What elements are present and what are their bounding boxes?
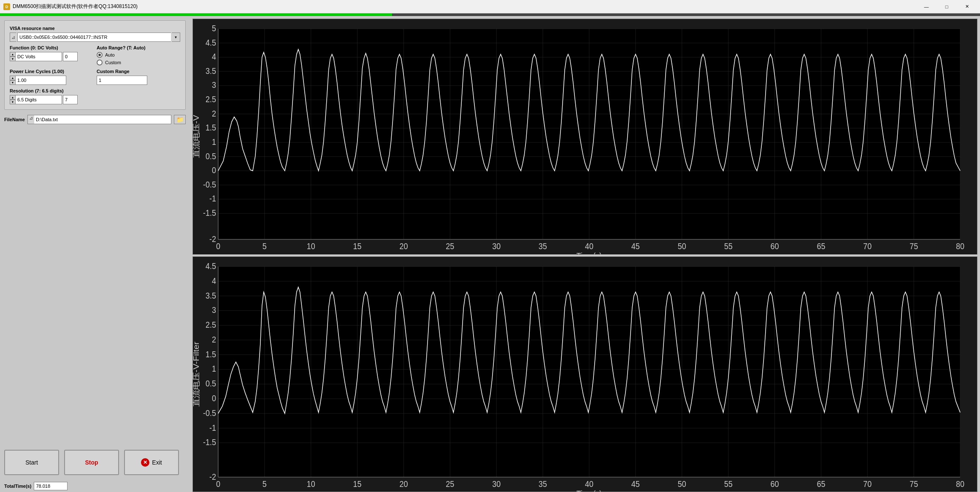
filename-prefix: ⊿ [27, 115, 34, 124]
svg-text:25: 25 [446, 478, 454, 489]
svg-text:20: 20 [399, 478, 408, 489]
visa-input[interactable] [17, 33, 171, 42]
power-cycles-label: Power Line Cycles (1.00) [10, 69, 93, 74]
svg-text:50: 50 [678, 241, 686, 251]
auto-radio-item[interactable]: Auto [97, 52, 180, 58]
svg-text:Time(s): Time(s) [577, 251, 602, 254]
svg-text:-0.5: -0.5 [203, 179, 216, 190]
svg-text:Time(s): Time(s) [577, 488, 602, 492]
spacer [4, 128, 186, 443]
svg-text:-1.5: -1.5 [203, 208, 216, 218]
title-bar-controls: — □ ✕ [917, 1, 977, 13]
svg-text:4: 4 [212, 275, 216, 285]
title-bar-left: D DMM6500扫描测试测试软件(软件作者QQ:1340815120) [3, 3, 138, 10]
svg-text:-1: -1 [209, 422, 216, 432]
svg-text:直流电压-V: 直流电压-V [193, 115, 200, 158]
svg-text:40: 40 [585, 478, 593, 489]
svg-text:0: 0 [212, 393, 216, 403]
resolution-spin-down[interactable]: ▼ [10, 100, 16, 104]
svg-text:45: 45 [631, 478, 640, 489]
function-spinner[interactable]: ▲ ▼ [10, 52, 16, 61]
resolution-num-input[interactable] [63, 95, 78, 104]
svg-text:70: 70 [863, 241, 872, 251]
power-cycles-wrapper: ▲ ▼ [10, 76, 93, 85]
svg-text:2: 2 [212, 108, 216, 118]
progress-bar-fill [0, 14, 392, 16]
svg-text:4: 4 [212, 52, 216, 62]
svg-text:80: 80 [956, 241, 964, 251]
start-button[interactable]: Start [4, 450, 59, 475]
config-box: VISA resource name ⊿ ▼ Function (0: DC V… [4, 20, 186, 110]
svg-text:15: 15 [353, 478, 362, 489]
custom-range-input[interactable] [97, 76, 147, 85]
stop-button[interactable]: Stop [64, 450, 119, 475]
svg-text:55: 55 [724, 241, 733, 251]
auto-range-section: Auto Range? (T: Auto) Auto Custom [97, 45, 180, 65]
resolution-label: Resolution (7: 6.5 digits) [10, 88, 180, 93]
power-cycles-spin-up[interactable]: ▲ [10, 76, 16, 80]
function-value-input[interactable] [16, 52, 62, 61]
custom-radio-label: Custom [105, 60, 121, 65]
svg-text:0.5: 0.5 [206, 151, 216, 161]
svg-text:1.5: 1.5 [206, 349, 216, 359]
svg-text:70: 70 [863, 478, 872, 489]
left-panel: VISA resource name ⊿ ▼ Function (0: DC V… [0, 16, 190, 492]
close-button[interactable]: ✕ [957, 1, 977, 13]
filename-input[interactable] [34, 115, 171, 124]
visa-prefix: ⊿ [10, 33, 16, 42]
filename-input-wrapper: ⊿ [27, 115, 171, 124]
svg-text:40: 40 [585, 241, 593, 251]
svg-text:0.5: 0.5 [206, 378, 216, 388]
function-spin-up[interactable]: ▲ [10, 52, 16, 57]
svg-text:1.5: 1.5 [206, 122, 216, 133]
exit-icon: ✕ [141, 458, 149, 467]
svg-text:2.5: 2.5 [206, 319, 216, 329]
minimize-button[interactable]: — [917, 1, 936, 13]
function-num-input[interactable] [63, 52, 78, 61]
custom-radio-button[interactable] [97, 60, 103, 65]
function-label: Function (0: DC Volts) [10, 45, 93, 50]
svg-text:5: 5 [263, 241, 267, 251]
browse-button[interactable]: 📁 [174, 115, 186, 124]
power-cycles-spinner[interactable]: ▲ ▼ [10, 76, 16, 85]
chart1-svg: 5 4.5 4 3.5 3 2.5 2 1.5 1 0.5 0 -0.5 -1 … [193, 19, 977, 254]
resolution-value-input[interactable] [16, 95, 62, 104]
custom-range-label: Custom Range [97, 69, 180, 74]
power-cycles-section: Power Line Cycles (1.00) ▲ ▼ [10, 69, 93, 85]
svg-text:75: 75 [910, 241, 918, 251]
visa-dropdown-arrow[interactable]: ▼ [172, 33, 180, 42]
custom-radio-item[interactable]: Custom [97, 60, 180, 65]
chart2-container: 4.5 4 3.5 3 2.5 2 1.5 1 0.5 0 -0.5 -1 -1… [192, 256, 977, 492]
svg-text:30: 30 [492, 478, 501, 489]
svg-text:65: 65 [817, 241, 825, 251]
resolution-spinner[interactable]: ▲ ▼ [10, 95, 16, 104]
exit-label: Exit [152, 459, 162, 466]
maximize-button[interactable]: □ [937, 1, 956, 13]
function-spin-down[interactable]: ▼ [10, 57, 16, 61]
total-time-input [34, 482, 68, 490]
auto-range-options: Auto Custom [97, 52, 180, 65]
progress-bar-container [0, 14, 980, 16]
resolution-spin-up[interactable]: ▲ [10, 95, 16, 100]
svg-text:2.5: 2.5 [206, 94, 216, 104]
auto-range-label: Auto Range? (T: Auto) [97, 45, 180, 50]
resolution-section: Resolution (7: 6.5 digits) ▲ ▼ [10, 88, 180, 104]
svg-text:-2: -2 [209, 471, 216, 481]
svg-text:0: 0 [216, 241, 220, 251]
svg-text:55: 55 [724, 478, 733, 489]
auto-radio-label: Auto [105, 52, 115, 57]
right-panel: 5 4.5 4 3.5 3 2.5 2 1.5 1 0.5 0 -0.5 -1 … [190, 16, 980, 492]
svg-text:-1: -1 [209, 193, 216, 204]
svg-text:10: 10 [307, 241, 315, 251]
filename-row: FileName ⊿ 📁 [4, 115, 186, 124]
svg-text:75: 75 [910, 478, 918, 489]
svg-text:45: 45 [631, 241, 640, 251]
exit-button[interactable]: ✕ Exit [124, 450, 179, 475]
auto-radio-button[interactable] [97, 52, 103, 58]
svg-text:35: 35 [539, 478, 547, 489]
svg-text:直流电压-V-Filter: 直流电压-V-Filter [193, 341, 200, 407]
power-cycles-input[interactable] [16, 76, 66, 85]
power-cycles-spin-down[interactable]: ▼ [10, 80, 16, 85]
svg-text:60: 60 [771, 478, 779, 489]
chart1-container: 5 4.5 4 3.5 3 2.5 2 1.5 1 0.5 0 -0.5 -1 … [192, 19, 977, 255]
